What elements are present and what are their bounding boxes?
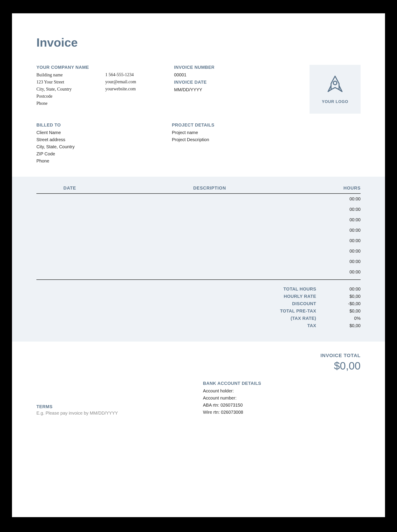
bank-block: BANK ACCOUNT DETAILS Account holder: Acc… [203,381,360,416]
cell-date [37,269,103,275]
invoice-total-value: $0,00 [203,360,360,372]
cell-hours: 00:00 [316,249,360,254]
bank-heading: BANK ACCOUNT DETAILS [203,381,360,386]
discount-label: DISCOUNT [272,301,316,306]
company-website: yourwebsite.com [105,85,172,92]
invoice-date: MM/DD/YYYY [174,86,296,93]
header-section: YOUR COMPANY NAME Building name 123 Your… [37,65,360,114]
billed-to-heading: BILLED TO [37,122,172,128]
hourly-rate-label: HOURLY RATE [272,294,316,299]
logo-placeholder: YOUR LOGO [310,65,360,114]
cell-hours: 00:00 [316,217,360,222]
bank-number: Account number: [203,394,360,402]
project-heading: PROJECT DETAILS [172,122,298,128]
table-row: 00:00 [37,194,360,204]
cell-hours: 00:00 [316,269,360,275]
taxrate-value: 0% [316,316,360,321]
terms-text: E.g. Please pay invoice by MM/DD/YYYY [37,411,194,416]
cell-date [37,249,103,254]
company-heading: YOUR COMPANY NAME [37,65,103,70]
company-block: YOUR COMPANY NAME Building name 123 Your… [37,65,103,114]
table-row: 00:00 [37,256,360,267]
col-header-description: DESCRIPTION [103,186,316,191]
cell-hours: 00:00 [316,238,360,243]
total-hours-value: 00:00 [316,287,360,292]
company-street: 123 Your Street [37,78,103,86]
invoice-meta-block: INVOICE NUMBER 00001 INVOICE DATE MM/DD/… [174,65,296,114]
client-city: City, State, Country [37,143,172,150]
svg-point-0 [333,81,337,85]
cell-description [103,238,316,243]
pretax-value: $0,00 [316,308,360,314]
invoice-date-label: INVOICE DATE [174,80,296,85]
cell-description [103,269,316,275]
project-block: PROJECT DETAILS Project name Project Des… [172,122,298,165]
rocket-icon [325,74,345,95]
hourly-rate-value: $0,00 [316,294,360,299]
company-phone-label: Phone [37,100,103,107]
invoice-number-label: INVOICE NUMBER [174,65,214,70]
project-name: Project name [172,129,298,136]
terms-heading: TERMS [37,404,194,409]
discount-value: -$0,00 [316,301,360,306]
cell-date [37,228,103,233]
total-hours-label: TOTAL HOURS [272,287,316,292]
company-email: your@email.com [105,78,172,85]
project-description: Project Description [172,136,298,143]
cell-date [37,207,103,212]
logo-text: YOUR LOGO [322,99,348,104]
cell-date [37,196,103,202]
table-row: 00:00 [37,225,360,235]
company-postcode: Postcode [37,92,103,100]
client-name: Client Name [37,129,172,136]
cell-description [103,259,316,264]
cell-description [103,249,316,254]
page-title: Invoice [37,36,385,49]
table-row: 00:00 [37,235,360,246]
totals-block: TOTAL HOURS 00:00 HOURLY RATE $0,00 DISC… [37,287,360,328]
table-row: 00:00 [37,204,360,215]
client-phone: Phone [37,157,172,165]
table-row: 00:00 [37,215,360,225]
bank-wire: Wire rtn: 026073008 [203,409,360,416]
cell-hours: 00:00 [316,196,360,202]
cell-hours: 00:00 [316,228,360,233]
table-row: 00:00 [37,267,360,277]
cell-date [37,238,103,243]
company-city: City, State, Country [37,86,103,92]
company-building: Building name [37,71,103,78]
col-header-date: DATE [37,186,103,191]
pretax-label: TOTAL PRE-TAX [272,308,316,314]
cell-description [103,196,316,202]
table-header-row: DATE DESCRIPTION HOURS [37,186,360,194]
tax-label: TAX [272,323,316,328]
billed-to-block: BILLED TO Client Name Street address Cit… [37,122,172,165]
cell-date [37,259,103,264]
taxrate-label: (TAX RATE) [272,316,316,321]
line-items-section: DATE DESCRIPTION HOURS 00:00 00:00 00:00 [12,177,385,342]
cell-hours: 00:00 [316,259,360,264]
col-header-hours: HOURS [316,186,360,191]
totals-divider [37,279,360,280]
invoice-total-label: INVOICE TOTAL [203,353,360,358]
invoice-page: Invoice YOUR COMPANY NAME Building name … [12,13,385,517]
cell-description [103,217,316,222]
bank-holder: Account holder: [203,387,360,394]
cell-date [37,217,103,222]
logo-block: YOUR LOGO [298,65,360,114]
cell-hours: 00:00 [316,207,360,212]
client-street: Street address [37,136,172,143]
table-body: 00:00 00:00 00:00 00:00 00:00 [37,194,360,277]
invoice-number: 00001 [174,71,296,78]
second-row: BILLED TO Client Name Street address Cit… [37,122,360,165]
cell-description [103,207,316,212]
terms-block: TERMS E.g. Please pay invoice by MM/DD/Y… [37,404,194,416]
table-row: 00:00 [37,246,360,256]
company-phone: 1 564-555-1234 [105,71,172,78]
company-contact-block: 1 564-555-1234 your@email.com yourwebsit… [105,65,172,114]
footer-section: INVOICE TOTAL $0,00 TERMS E.g. Please pa… [12,342,385,440]
tax-value: $0,00 [316,323,360,328]
bank-aba: ABA rtn: 026073150 [203,402,360,409]
invoice-total-block: INVOICE TOTAL $0,00 [203,353,360,372]
client-zip: ZIP Code [37,150,172,157]
